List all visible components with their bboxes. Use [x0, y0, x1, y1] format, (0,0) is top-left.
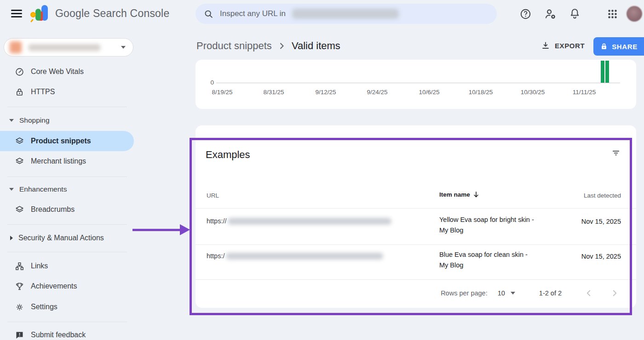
gear-icon [14, 302, 25, 312]
app-title: Google Search Console [55, 7, 169, 20]
sidebar-item-submit-feedback[interactable]: Submit feedback [0, 325, 134, 340]
sidebar-item-label: HTTPS [31, 88, 55, 96]
row-url[interactable]: https:/ [207, 252, 383, 260]
table-divider [196, 244, 636, 245]
help-icon[interactable] [519, 8, 532, 20]
layers-icon [14, 136, 25, 146]
next-page-icon[interactable] [610, 288, 620, 298]
export-label: EXPORT [555, 42, 585, 50]
sidebar-divider [7, 322, 127, 322]
chevron-down-icon [9, 119, 14, 122]
sidebar-item-core-web-vitals[interactable]: Core Web Vitals [0, 62, 134, 82]
previous-page-icon[interactable] [584, 288, 594, 298]
valid-items-chart-card: 0 8/19/25 8/31/25 9/12/25 9/24/25 10/6/2… [196, 60, 636, 109]
x-axis-tick: 10/18/25 [469, 89, 493, 96]
download-icon [541, 41, 550, 50]
pagination-bar: Rows per page: 10 1-2 of 2 [196, 279, 636, 307]
row-last-detected: Nov 15, 2025 [581, 218, 621, 225]
layers-icon [14, 205, 25, 215]
row-url[interactable]: https:// [207, 217, 391, 225]
filter-icon[interactable] [611, 148, 621, 158]
sidebar-item-merchant-listings[interactable]: Merchant listings [0, 151, 134, 171]
speedometer-icon [14, 67, 25, 77]
sidebar-item-links[interactable]: Links [0, 256, 134, 276]
examples-card: Examples URL Item name Last detected htt… [196, 125, 636, 308]
url-prefix: https:/ [207, 252, 225, 260]
sidebar-item-achievements[interactable]: Achievements [0, 276, 134, 296]
row-item-name: Blue Eva soap for clean skin - My Blog [439, 249, 538, 271]
breadcrumb-parent-link[interactable]: Product snippets [196, 40, 272, 52]
chevron-down-icon [121, 46, 126, 49]
sidebar-section-label: Enhancements [19, 185, 67, 193]
chart-bar[interactable] [605, 61, 609, 83]
sidebar-section-label: Shopping [19, 116, 50, 125]
sidebar-item-label: Achievements [31, 282, 77, 290]
url-inspect-search-input[interactable]: Inspect any URL in [196, 4, 497, 24]
search-icon [204, 9, 213, 19]
notifications-bell-icon[interactable] [569, 7, 581, 20]
feedback-icon [14, 330, 25, 340]
sidebar-item-https[interactable]: HTTPS [0, 82, 134, 102]
chevron-down-icon [9, 188, 14, 191]
url-redacted [228, 218, 391, 225]
chevron-right-icon [10, 236, 13, 240]
sidebar-item-label: Submit feedback [31, 331, 86, 339]
sidebar-section-security-manual-actions[interactable]: Security & Manual Actions [0, 228, 134, 248]
x-axis-tick: 8/19/25 [212, 89, 232, 96]
sidebar-item-settings[interactable]: Settings [0, 297, 134, 317]
sidebar-divider [7, 224, 127, 225]
sidebar-item-breadcrumbs[interactable]: Breadcrumbs [0, 199, 134, 220]
y-axis-zero-label: 0 [204, 79, 214, 86]
sidebar-item-label: Merchant listings [31, 157, 86, 165]
x-axis-tick: 8/31/25 [263, 89, 284, 96]
url-prefix: https:// [207, 217, 227, 225]
trophy-icon [14, 282, 25, 291]
lock-icon [600, 42, 608, 51]
x-axis-line [216, 83, 620, 83]
sort-descending-arrow-icon [473, 191, 479, 198]
property-favicon-redacted [10, 41, 22, 53]
url-redacted [226, 253, 383, 260]
x-axis-tick: 9/24/25 [367, 89, 387, 96]
column-header-url: URL [207, 192, 219, 199]
chart-bar[interactable] [601, 61, 604, 83]
row-item-name: Yellow Eva soap for bright skin - My Blo… [439, 215, 538, 236]
rows-per-page-dropdown-icon[interactable] [511, 292, 515, 295]
property-selector[interactable] [4, 38, 133, 57]
property-name-redacted [28, 44, 101, 51]
annotation-arrow [132, 229, 181, 231]
sidebar-item-label: Core Web Vitals [31, 68, 84, 76]
x-axis-tick: 10/30/25 [521, 89, 545, 96]
user-settings-icon[interactable] [544, 7, 557, 21]
layers-icon [14, 157, 25, 166]
row-last-detected: Nov 15, 2025 [581, 253, 621, 260]
sidebar-divider [7, 176, 127, 177]
google-search-console-app: Google Search Console Inspect any URL in… [0, 0, 644, 340]
sidebar-section-enhancements[interactable]: Enhancements [0, 179, 134, 199]
sidebar-divider [7, 107, 127, 107]
sidebar-item-label: Product snippets [31, 137, 91, 145]
search-console-logo [30, 4, 50, 23]
export-button[interactable]: EXPORT [541, 41, 585, 50]
sidebar-item-label: Links [31, 262, 48, 270]
x-axis-tick: 11/11/25 [573, 89, 596, 96]
sidebar-section-shopping[interactable]: Shopping [0, 110, 134, 130]
sidebar-item-product-snippets[interactable]: Product snippets [0, 131, 134, 151]
search-redacted-property [292, 9, 399, 19]
chevron-right-icon [279, 42, 284, 50]
column-header-item-name[interactable]: Item name [439, 191, 479, 198]
annotation-arrow-head [180, 224, 190, 235]
share-label: SHARE [612, 43, 638, 51]
rows-per-page-value[interactable]: 10 [498, 289, 505, 297]
table-divider [196, 208, 636, 209]
google-apps-grid-icon[interactable] [608, 9, 617, 19]
sidebar-section-label: Security & Manual Actions [18, 234, 104, 242]
hamburger-menu-icon[interactable] [11, 10, 22, 17]
column-header-last-detected: Last detected [584, 192, 621, 199]
x-axis-tick: 9/12/25 [315, 89, 336, 96]
share-button[interactable]: SHARE [593, 37, 644, 56]
search-placeholder: Inspect any URL in [220, 9, 286, 18]
account-avatar[interactable] [627, 6, 642, 22]
breadcrumb-current: Valid items [292, 40, 340, 52]
rows-per-page-label: Rows per page: [441, 289, 488, 297]
